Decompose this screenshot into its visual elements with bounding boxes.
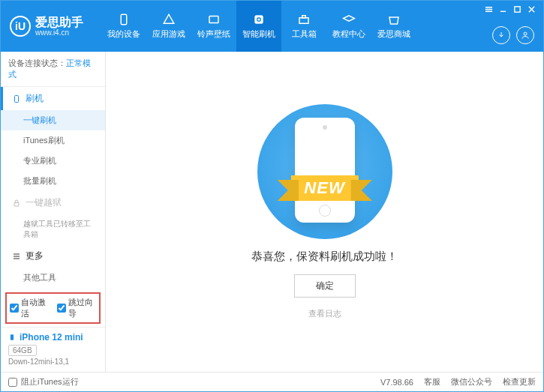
- app-window: iU 爱思助手 www.i4.cn 我的设备 应用游戏 铃声壁纸 智能刷机: [0, 0, 544, 392]
- sidebar-menu: 刷机 一键刷机 iTunes刷机 专业刷机 批量刷机 一键越狱 越狱工具已转移至…: [1, 87, 105, 289]
- svg-rect-9: [11, 334, 14, 340]
- phone-icon: [12, 94, 21, 103]
- new-ribbon: NEW: [290, 175, 358, 201]
- checkbox-label: 自动激活: [21, 297, 50, 319]
- nav-label: 爱思商城: [377, 28, 410, 40]
- section-title: 刷机: [26, 92, 44, 105]
- options-highlight: 自动激活 跳过向导: [5, 292, 101, 324]
- nav-flash[interactable]: 智能刷机: [236, 1, 281, 52]
- header: iU 爱思助手 www.i4.cn 我的设备 应用游戏 铃声壁纸 智能刷机: [1, 1, 543, 52]
- footer-right: V7.98.66 客服 微信公众号 检查更新: [380, 376, 536, 388]
- sidebar-item-firmware[interactable]: 下载固件: [1, 288, 105, 289]
- checkbox-label: 跳过向导: [68, 297, 97, 319]
- device-identifier: Down-12mini-13,1: [8, 358, 98, 366]
- sidebar: 设备连接状态：正常模式 刷机 一键刷机 iTunes刷机 专业刷机 批量刷机 一…: [1, 52, 106, 372]
- success-message: 恭喜您，保资料刷机成功啦！: [251, 250, 398, 264]
- window-controls: [485, 5, 536, 13]
- toolbox-icon: [297, 13, 311, 26]
- nav-apps[interactable]: 应用游戏: [146, 1, 191, 52]
- brand-name: 爱思助手: [35, 16, 83, 29]
- nav-label: 铃声壁纸: [197, 28, 230, 40]
- section-title: 一键越狱: [26, 196, 62, 209]
- section-more[interactable]: 更多: [1, 244, 105, 268]
- footer: 阻止iTunes运行 V7.98.66 客服 微信公众号 检查更新: [1, 372, 543, 391]
- section-flash[interactable]: 刷机: [1, 87, 105, 110]
- status-label: 设备连接状态：: [8, 58, 66, 67]
- download-button[interactable]: [492, 26, 510, 44]
- logo-icon: iU: [10, 16, 31, 37]
- apps-icon: [162, 13, 176, 26]
- nav-label: 智能刷机: [242, 28, 275, 40]
- svg-rect-0: [121, 14, 127, 25]
- jailbreak-notice: 越狱工具已转移至工具箱: [1, 214, 105, 244]
- body: 设备连接状态：正常模式 刷机 一键刷机 iTunes刷机 专业刷机 批量刷机 一…: [1, 52, 543, 372]
- brand: iU 爱思助手 www.i4.cn: [10, 16, 83, 37]
- menu-icon[interactable]: [485, 5, 493, 13]
- block-itunes-checkbox[interactable]: [8, 378, 17, 387]
- version-label: V7.98.66: [380, 378, 413, 387]
- store-icon: [387, 13, 401, 26]
- nav-label: 我的设备: [107, 28, 140, 40]
- wechat-link[interactable]: 微信公众号: [451, 376, 492, 388]
- brand-url: www.i4.cn: [35, 28, 83, 37]
- nav-label: 教程中心: [332, 28, 365, 40]
- block-itunes-option[interactable]: 阻止iTunes运行: [8, 376, 79, 388]
- auto-activate-checkbox[interactable]: [10, 304, 19, 313]
- lock-icon: [12, 199, 21, 208]
- nav: 我的设备 应用游戏 铃声壁纸 智能刷机 工具箱 教程中心: [101, 1, 416, 52]
- auto-activate-option[interactable]: 自动激活: [10, 297, 50, 319]
- svg-rect-2: [255, 16, 263, 24]
- storage-badge: 64GB: [8, 345, 37, 356]
- main-content: NEW 恭喜您，保资料刷机成功啦！ 确定 查看日志: [106, 52, 543, 372]
- list-icon: [12, 252, 21, 261]
- refresh-icon: [252, 13, 266, 26]
- device-name: iPhone 12 mini: [20, 332, 83, 343]
- maximize-icon[interactable]: [513, 5, 521, 13]
- skip-guide-option[interactable]: 跳过向导: [57, 297, 97, 319]
- ok-button[interactable]: 确定: [294, 274, 356, 298]
- svg-rect-7: [15, 95, 19, 102]
- sidebar-item-batch[interactable]: 批量刷机: [1, 171, 105, 191]
- svg-rect-3: [299, 18, 308, 24]
- svg-rect-5: [515, 7, 520, 12]
- minimize-icon[interactable]: [499, 5, 507, 13]
- nav-toolbox[interactable]: 工具箱: [281, 1, 326, 52]
- nav-ringtone[interactable]: 铃声壁纸: [191, 1, 236, 52]
- sidebar-item-oneclick[interactable]: 一键刷机: [1, 110, 105, 130]
- nav-my-device[interactable]: 我的设备: [101, 1, 146, 52]
- success-illustration: NEW: [257, 104, 392, 239]
- nav-store[interactable]: 爱思商城: [371, 1, 416, 52]
- phone-icon: [8, 332, 16, 343]
- close-icon[interactable]: [527, 5, 536, 13]
- header-actions: [492, 26, 534, 44]
- nav-tutorial[interactable]: 教程中心: [326, 1, 371, 52]
- section-jailbreak: 一键越狱: [1, 191, 105, 214]
- svg-rect-4: [302, 16, 306, 18]
- sidebar-item-pro[interactable]: 专业刷机: [1, 151, 105, 171]
- sidebar-item-other[interactable]: 其他工具: [1, 268, 105, 288]
- svg-point-6: [524, 32, 527, 35]
- nav-label: 工具箱: [292, 28, 317, 40]
- svg-rect-1: [209, 16, 218, 23]
- section-title: 更多: [26, 250, 44, 262]
- connection-status: 设备连接状态：正常模式: [1, 52, 105, 87]
- checkbox-label: 阻止iTunes运行: [21, 376, 79, 388]
- phone-icon: [117, 13, 131, 26]
- check-update-link[interactable]: 检查更新: [503, 376, 536, 388]
- support-link[interactable]: 客服: [424, 376, 440, 388]
- folder-icon: [207, 13, 221, 26]
- view-log-link[interactable]: 查看日志: [308, 308, 341, 319]
- device-name-row: iPhone 12 mini: [8, 332, 98, 343]
- sidebar-item-itunes[interactable]: iTunes刷机: [1, 130, 105, 151]
- device-info[interactable]: iPhone 12 mini 64GB Down-12mini-13,1: [1, 327, 105, 372]
- skip-guide-checkbox[interactable]: [57, 304, 66, 313]
- svg-rect-8: [14, 202, 19, 206]
- nav-label: 应用游戏: [152, 28, 185, 40]
- user-button[interactable]: [516, 26, 534, 44]
- grad-cap-icon: [342, 13, 356, 26]
